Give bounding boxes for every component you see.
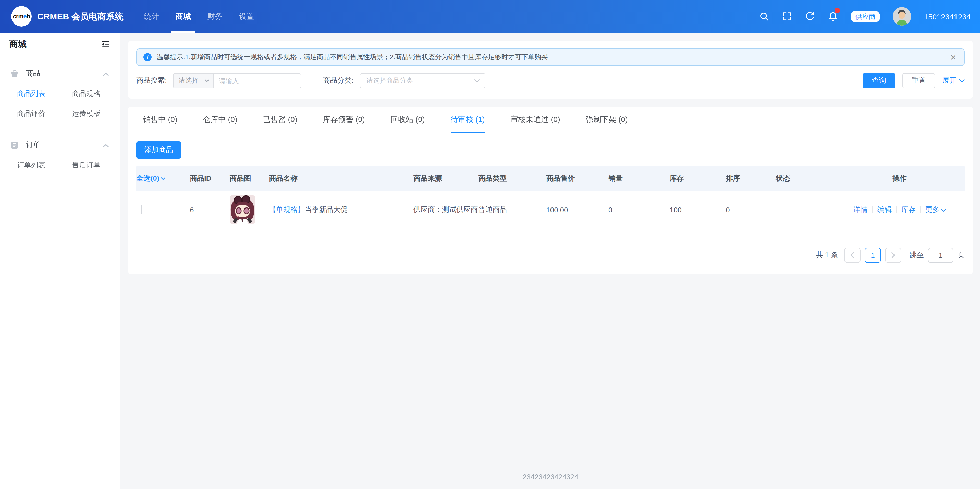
col-header-name: 商品名称 — [269, 174, 414, 183]
brand-logo: crmeb — [11, 6, 32, 27]
table-header: 全选(0) 商品ID 商品图 商品名称 商品来源 商品类型 商品售价 销量 库存… — [136, 166, 965, 191]
tab-stock-warning[interactable]: 库存预警 (0) — [323, 107, 365, 133]
search-compound: 请选择 — [173, 73, 301, 88]
tip-alert: i 温馨提示:1.新增商品时可选统一规格或者多规格，满足商品不同销售属性场景；2… — [136, 48, 965, 66]
cell-product-sales: 0 — [608, 205, 670, 213]
query-button[interactable]: 查询 — [862, 73, 895, 88]
chevron-down-icon — [959, 79, 965, 83]
tab-review-failed[interactable]: 审核未通过 (0) — [511, 107, 560, 133]
alert-text: 温馨提示:1.新增商品时可选统一规格或者多规格，满足商品不同销售属性场景；2.商… — [157, 53, 944, 62]
search-type-select[interactable]: 请选择 — [173, 73, 214, 88]
top-navigation: 统计 商城 财务 设置 — [136, 0, 262, 33]
toggle-knob — [777, 210, 789, 222]
chevron-up-icon — [103, 69, 109, 78]
prev-page-button[interactable] — [844, 248, 861, 263]
role-badge[interactable]: 供应商 — [851, 11, 880, 22]
cell-product-id: 6 — [190, 205, 230, 213]
chevron-down-icon — [205, 79, 209, 82]
col-header-actions: 操作 — [835, 174, 965, 183]
cell-product-name: 【单规格】当季新品大促 — [269, 205, 414, 214]
sidebar-submenu-goods: 商品列表 商品规格 商品评价 运费模板 — [0, 84, 120, 124]
product-table-card: 销售中 (0) 仓库中 (0) 已售罄 (0) 库存预警 (0) 回收站 (0)… — [128, 107, 973, 274]
order-doc-icon — [10, 141, 19, 149]
sidebar-item-product-spec[interactable]: 商品规格 — [72, 84, 120, 104]
col-header-source: 商品来源 — [414, 174, 478, 183]
main-content: i 温馨提示:1.新增商品时可选统一规格或者多规格，满足商品不同销售属性场景；2… — [121, 33, 980, 489]
table-row: 6 — [136, 191, 965, 228]
sidebar-item-freight-template[interactable]: 运费模板 — [72, 104, 120, 124]
row-checkbox[interactable] — [141, 205, 142, 214]
detail-link[interactable]: 详情 — [853, 205, 868, 214]
reset-button[interactable]: 重置 — [902, 73, 935, 88]
cell-product-stock: 100 — [670, 205, 726, 213]
sidebar-section-label: 商品 — [26, 69, 103, 78]
col-header-id: 商品ID — [190, 174, 230, 183]
expand-link[interactable]: 展开 — [942, 76, 965, 85]
sidebar: 商城 商品 — [0, 33, 121, 489]
more-dropdown[interactable]: 更多 — [925, 205, 946, 214]
add-product-button[interactable]: 添加商品 — [136, 142, 181, 159]
sidebar-item-product-list[interactable]: 商品列表 — [17, 84, 72, 104]
sidebar-section-label: 订单 — [26, 140, 103, 150]
cell-actions: 详情 编辑 库存 更多 — [835, 205, 965, 214]
next-page-button[interactable] — [885, 248, 901, 263]
logo-text: crmeb — [13, 13, 30, 20]
indent-collapse-icon[interactable] — [100, 40, 110, 48]
jump-page-input[interactable] — [928, 248, 953, 263]
col-header-stock: 库存 — [670, 174, 726, 183]
sidebar-section-orders: 订单 订单列表 售后订单 — [0, 135, 120, 175]
edit-link[interactable]: 编辑 — [877, 205, 892, 214]
chevron-right-icon — [891, 252, 895, 258]
info-icon: i — [143, 53, 151, 61]
search-input[interactable] — [214, 73, 301, 88]
sidebar-section-goods: 商品 商品列表 商品规格 商品评价 运费模板 — [0, 63, 120, 124]
goods-basket-icon — [10, 69, 19, 78]
refresh-icon[interactable] — [805, 11, 815, 21]
tab-recycle-bin[interactable]: 回收站 (0) — [390, 107, 425, 133]
tab-pending-review[interactable]: 待审核 (1) — [450, 107, 485, 133]
category-label: 商品分类: — [323, 76, 354, 85]
bell-icon[interactable] — [828, 11, 838, 21]
page-number-1[interactable]: 1 — [865, 248, 881, 263]
header-actions: 供应商 15012341234 — [759, 7, 980, 25]
footer-text: 23423423424324 — [128, 465, 973, 489]
col-header-sort: 排序 — [726, 174, 776, 183]
stock-link[interactable]: 库存 — [901, 205, 916, 214]
sidebar-section-goods-header[interactable]: 商品 — [0, 63, 120, 84]
cell-product-source: 供应商：测试供应商 — [414, 205, 478, 214]
nav-item-mall[interactable]: 商城 — [167, 0, 199, 33]
page: crmeb CRMEB 会员电商系统 统计 商城 财务 设置 — [0, 0, 980, 489]
user-avatar[interactable] — [893, 7, 911, 25]
nav-item-finance[interactable]: 财务 — [199, 0, 231, 33]
tab-on-sale[interactable]: 销售中 (0) — [143, 107, 177, 133]
spec-tag: 【单规格】 — [269, 205, 305, 213]
nav-item-statistics[interactable]: 统计 — [136, 0, 167, 33]
category-select[interactable]: 请选择商品分类 — [360, 73, 485, 88]
pagination-total: 共 1 条 — [816, 251, 838, 260]
fullscreen-icon[interactable] — [782, 11, 792, 21]
search-icon[interactable] — [759, 11, 769, 21]
app-header: crmeb CRMEB 会员电商系统 统计 商城 财务 设置 — [0, 0, 980, 33]
sidebar-item-product-review[interactable]: 商品评价 — [17, 104, 72, 124]
tab-in-warehouse[interactable]: 仓库中 (0) — [203, 107, 237, 133]
nav-item-settings[interactable]: 设置 — [231, 0, 262, 33]
filter-actions: 查询 重置 展开 — [862, 73, 965, 88]
username[interactable]: 15012341234 — [924, 12, 971, 21]
tab-forced-off[interactable]: 强制下架 (0) — [586, 107, 628, 133]
sidebar-submenu-orders: 订单列表 售后订单 — [0, 155, 120, 175]
chevron-down-icon — [474, 79, 480, 83]
close-icon[interactable]: ✕ — [949, 52, 958, 62]
sidebar-item-order-list[interactable]: 订单列表 — [17, 155, 72, 175]
sidebar-header: 商城 — [0, 33, 120, 56]
cell-product-price: 100.00 — [546, 205, 608, 213]
toggle-label: 下架 — [765, 201, 772, 218]
sidebar-section-orders-header[interactable]: 订单 — [0, 135, 120, 155]
pagination: 共 1 条 1 跳至 页 — [136, 248, 965, 263]
chevron-down-icon — [161, 177, 165, 180]
tab-sold-out[interactable]: 已售罄 (0) — [263, 107, 298, 133]
select-all-dropdown[interactable]: 全选(0) — [136, 174, 165, 183]
sidebar-item-aftersale-order[interactable]: 售后订单 — [72, 155, 120, 175]
search-type-placeholder: 请选择 — [179, 76, 199, 85]
col-header-price: 商品售价 — [546, 174, 608, 183]
col-header-type: 商品类型 — [478, 174, 546, 183]
